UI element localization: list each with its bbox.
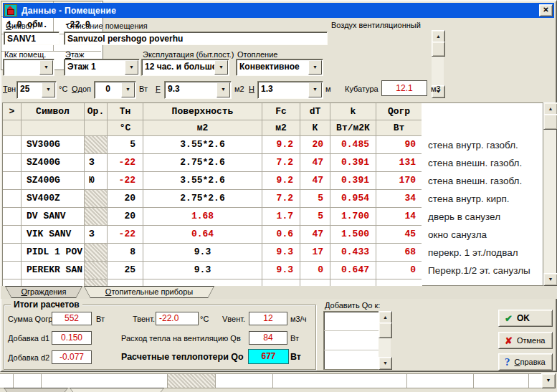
cell-k: 1.700 — [330, 208, 376, 226]
floor-combobox[interactable]: Этаж 1 ▼ — [64, 59, 140, 76]
add-qo-scrollbar[interactable]: ▲ ▼ — [379, 311, 391, 370]
cell-k: 0.391 — [330, 172, 376, 190]
usage-combobox[interactable]: 12 час. и больше ▼ — [141, 59, 229, 76]
cell-sel — [3, 244, 22, 262]
col-qogr: Qогр — [376, 103, 422, 120]
cell-fc: 1.7 — [262, 208, 300, 226]
heating-combobox[interactable]: Конвективное ▼ — [236, 59, 323, 76]
room-type-label: Как помещ. — [4, 50, 46, 59]
close-icon[interactable]: ✕ — [539, 4, 553, 16]
volume-value: 12.1 — [381, 80, 427, 96]
cell-fc: 0.6 — [262, 226, 300, 244]
background-window-strip: ▼ — [0, 372, 557, 392]
cell-fc: 9.3 — [262, 262, 300, 279]
area-label: F — [156, 85, 161, 93]
tvn-combobox[interactable]: 25 ▼ — [16, 81, 57, 99]
add-qo-label: Добавить Qо к: — [325, 301, 380, 310]
cell-dt: 47 — [300, 154, 330, 172]
vent-air-label: Воздух вентиляционный — [331, 21, 421, 29]
qdop-combobox[interactable]: 0 ▼ — [94, 81, 136, 99]
cell-sel — [3, 172, 22, 190]
help-button[interactable]: ? Справка — [498, 353, 553, 371]
tab-label: Ограждения — [5, 286, 82, 298]
row-description: дверь в санузел — [422, 208, 543, 226]
heat-loss-value: 677 — [248, 349, 289, 364]
table-scrollbar[interactable]: ▲ ▼ — [543, 102, 556, 286]
background-grid-line — [272, 374, 273, 388]
cell-tn: -22 — [108, 226, 143, 244]
screen: Данные - Помещение ✕ Символ Описание пом… — [0, 0, 557, 392]
ok-button[interactable]: ✔ OK — [498, 310, 553, 327]
area-unit: м2 — [234, 85, 244, 93]
vent-heat-value: 84 — [249, 331, 287, 345]
cell-sel — [3, 136, 22, 154]
cell-q: 68 — [376, 244, 422, 262]
chevron-down-icon[interactable]: ▼ — [121, 82, 135, 97]
cell-tn: -22 — [108, 172, 143, 190]
cell-fc: 7.2 — [262, 190, 300, 208]
sum-qogr-value: 552 — [52, 312, 92, 325]
description-input[interactable] — [64, 32, 328, 45]
chevron-down-icon[interactable]: ▼ — [125, 60, 138, 75]
height-combobox[interactable]: 1.3 ▼ — [257, 81, 323, 99]
background-grid-line — [13, 374, 14, 388]
room-type-combobox[interactable]: ▼ — [3, 59, 54, 76]
table-row[interactable]: PEREKR SAN259.39.300.6470 — [3, 262, 423, 279]
addition-d2-label: Добавка d2 — [8, 353, 49, 362]
chevron-down-icon[interactable]: ▼ — [42, 82, 55, 97]
chevron-down-icon[interactable]: ▼ — [39, 60, 53, 75]
col-k: k — [330, 103, 376, 120]
scrollbar-thumb[interactable] — [432, 42, 445, 57]
surfaces-table[interactable]: > Символ Ор. Тн Поверхность Fс dT k Qогр… — [2, 102, 424, 287]
cell-sym: SZ400G — [22, 172, 85, 190]
background-grid-line — [215, 374, 216, 388]
table-row[interactable]: PIDL 1 POV89.39.3170.43368 — [3, 244, 423, 262]
table-row[interactable]: DV SANV201.681.751.70014 — [3, 208, 423, 226]
chevron-down-icon[interactable]: ▼ — [308, 82, 322, 97]
scroll-down-icon[interactable]: ▼ — [541, 373, 556, 388]
background-grid-line — [473, 374, 474, 388]
area-combobox[interactable]: 9.3 ▼ — [164, 81, 232, 99]
table-body: SV300G53.55*2.69.2200.48590SZ400GЗ-222.7… — [3, 136, 423, 287]
cell-sel — [3, 226, 22, 244]
scrollbar-thumb[interactable] — [543, 114, 557, 130]
cell-fc: 9.3 — [262, 244, 300, 262]
tvent-value: -22.0 — [156, 312, 199, 325]
check-icon: ✔ — [505, 314, 513, 323]
row-description: стена внешн. газобл. — [422, 154, 543, 172]
row-description: перекр. 1 эт./подвал — [422, 244, 543, 262]
table-row[interactable]: SV300G53.55*2.69.2200.48590 — [3, 136, 423, 154]
cell-tn: 25 — [108, 262, 143, 279]
cell-tn: -22 — [108, 154, 143, 172]
floor-label: Этаж — [65, 50, 84, 59]
tab-heating-devices[interactable]: Отопительные приборы — [84, 286, 214, 298]
cell-dt: 20 — [300, 136, 330, 154]
tvn-label: Твн — [3, 85, 16, 93]
table-row[interactable]: SV400Z202.75*2.67.250.95434 — [3, 190, 423, 208]
cell-surf: 0.64 — [143, 226, 262, 244]
table-row[interactable]: SZ400GЮ-223.55*2.69.2470.391170 — [3, 172, 423, 190]
scroll-down-icon[interactable]: ▼ — [379, 357, 392, 370]
cell-sel — [3, 190, 22, 208]
chevron-down-icon[interactable]: ▼ — [308, 60, 322, 75]
tab-strip: Ограждения Отопительные приборы — [1, 286, 557, 299]
table-row[interactable]: SZ400GЗ-222.75*2.67.2470.391131 — [3, 154, 423, 172]
usage-label: Эксплуатация (быт.пост.) — [143, 50, 234, 59]
scrollbar-thumb[interactable] — [379, 322, 392, 338]
chevron-down-icon[interactable]: ▼ — [216, 82, 230, 97]
cancel-button[interactable]: ✘ Отмена — [498, 332, 553, 349]
table-row[interactable]: VIK SANVЗ-220.640.6471.50045 — [3, 226, 423, 244]
add-qo-listbox[interactable] — [323, 311, 379, 370]
chevron-down-icon[interactable]: ▼ — [214, 60, 228, 75]
tab-enclosures[interactable]: Ограждения — [5, 286, 82, 298]
background-grid-line — [167, 374, 168, 388]
cell-k: 0.954 — [330, 190, 376, 208]
col-symbol: Символ — [22, 103, 85, 120]
scroll-down-icon[interactable]: ▼ — [543, 273, 557, 286]
cell-or — [85, 190, 108, 208]
col-tn: Тн — [108, 103, 143, 120]
addition-d2-value: -0.077 — [52, 350, 92, 364]
cross-icon: ✘ — [505, 336, 513, 345]
symbol-input[interactable] — [4, 32, 59, 45]
cell-or: З — [85, 226, 108, 244]
